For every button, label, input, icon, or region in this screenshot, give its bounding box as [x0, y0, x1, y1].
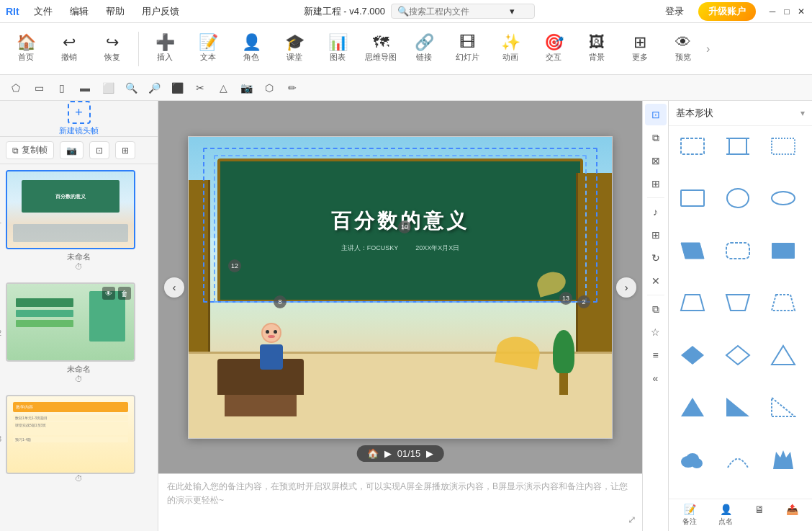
shape-camera[interactable]: 📷	[236, 78, 256, 98]
screen-button[interactable]: 🖥	[754, 504, 764, 527]
toolbar-link[interactable]: 🔗 链接	[404, 26, 444, 72]
shape-trapezoid-top[interactable]	[675, 288, 710, 317]
shape-rect4[interactable]: ⬜	[98, 78, 118, 98]
slide-thumb-2[interactable]: 👁 🗑	[6, 282, 135, 362]
toolbar-slideshow[interactable]: 🎞 幻灯片	[447, 26, 487, 72]
rs-rotate[interactable]: ↻	[645, 247, 667, 269]
next-icon[interactable]: ▶	[426, 448, 433, 459]
shape-right-triangle[interactable]	[720, 393, 756, 421]
shape-zoom-out[interactable]: 🔎	[144, 78, 164, 98]
copy-frame-button[interactable]: ⧉ 复制帧	[6, 141, 54, 159]
toolbar-insert[interactable]: ➕ 插入	[145, 26, 185, 72]
notes-area[interactable]: 在此处输入您的备注内容，在预览时开启双屏模式，可以实现A屏全屏播放演示内容，B屏…	[158, 473, 642, 531]
shape-rect2[interactable]: ▯	[52, 78, 72, 98]
toolbar-more[interactable]: ⊞ 更多	[620, 26, 660, 72]
rs-copy[interactable]: ⧉	[645, 298, 667, 320]
menu-edit[interactable]: 编辑	[67, 4, 91, 19]
toolbar-mindmap[interactable]: 🗺 思维导图	[361, 26, 401, 72]
minimize-button[interactable]: ─	[767, 6, 777, 17]
toolbar-undo[interactable]: ↩ 撤销	[49, 26, 89, 72]
shapes-collapse-arrow[interactable]: ▾	[800, 108, 805, 118]
shape-rect-dashed[interactable]	[675, 132, 710, 161]
shape-zoom-in[interactable]: 🔍	[121, 78, 141, 98]
shape-parallelogram[interactable]	[675, 236, 710, 265]
slide-item-2[interactable]: 02 👁 🗑 未命名 ⏱	[6, 282, 152, 383]
toolbar-redo[interactable]: ↪ 恢复	[92, 26, 132, 72]
home-nav-icon[interactable]: 🏠	[367, 448, 379, 459]
shape-rect-dotted[interactable]	[765, 132, 801, 161]
menu-feedback[interactable]: 用户反馈	[139, 4, 182, 19]
shape-trapezoid-bottom[interactable]	[765, 288, 801, 317]
search-box[interactable]: 🔍 ▾	[391, 4, 535, 19]
menu-help[interactable]: 帮助	[103, 4, 127, 19]
grid-button[interactable]: ⊞	[115, 141, 135, 159]
rs-shapes[interactable]: ⊡	[645, 104, 667, 125]
new-frame-button[interactable]: + 新建镜头帧	[59, 101, 99, 136]
shape-edit[interactable]: ✏	[282, 78, 302, 98]
menu-file[interactable]: 文件	[31, 4, 55, 19]
toolbar-animation[interactable]: ✨ 动画	[490, 26, 531, 72]
slide-item-3[interactable]: 03 教学内容 数轻1单元1-3页题目 课堂实战5题1至3页 预习1-4题 ⏱	[6, 395, 152, 483]
main-canvas[interactable]: 百分数的意义 主讲人：FOCUSKY 20XX年X月X日	[188, 136, 613, 439]
toolbar-chart[interactable]: 📊 图表	[317, 26, 358, 72]
shape-pentagon[interactable]: ⬠	[6, 78, 26, 98]
toolbar-text[interactable]: 📝 文本	[188, 26, 228, 72]
shape-rect-rounded-dot[interactable]	[720, 236, 756, 265]
rs-delete[interactable]: ✕	[645, 270, 667, 292]
fit-button[interactable]: ⊡	[89, 141, 109, 159]
notes-button[interactable]: 📝 备注	[682, 504, 697, 527]
toolbar-interact[interactable]: 🎯 交互	[533, 26, 574, 72]
toolbar-classroom[interactable]: 🎓 课堂	[274, 26, 315, 72]
shape-trapezoid-mid[interactable]	[720, 288, 756, 317]
rs-star[interactable]: ☆	[645, 321, 667, 343]
rs-settings[interactable]: ⊞	[645, 173, 667, 195]
shape-diamond-solid[interactable]	[675, 341, 710, 370]
upgrade-button[interactable]: 升级账户	[698, 2, 756, 21]
shape-diamond-outline[interactable]	[720, 341, 756, 370]
share-button[interactable]: 📤	[786, 504, 798, 527]
shape-frame[interactable]: ⬡	[259, 78, 279, 98]
rs-zoom[interactable]: ⊠	[645, 150, 667, 171]
rs-layers2[interactable]: ≡	[645, 344, 667, 366]
toolbar-home[interactable]: 🏠 首页	[6, 26, 46, 72]
login-button[interactable]: 登录	[657, 2, 693, 21]
slide-item-1[interactable]: 01 百分数的意义 未命名 ⏱	[6, 170, 152, 271]
close-button[interactable]: ✕	[796, 6, 806, 17]
shape-cut[interactable]: ✂	[190, 78, 210, 98]
expand-icon[interactable]: ⤢	[628, 514, 636, 525]
shape-bracket-rect[interactable]	[720, 132, 756, 161]
shape-align[interactable]: ⬛	[167, 78, 187, 98]
slide-thumb-1[interactable]: 百分数的意义	[6, 170, 135, 249]
canvas-nav-right[interactable]: ›	[616, 277, 636, 298]
toolbar-character[interactable]: 👤 角色	[231, 26, 271, 72]
maximize-button[interactable]: □	[782, 6, 792, 17]
shape-ellipse[interactable]	[765, 184, 801, 213]
canvas-nav-left[interactable]: ‹	[164, 277, 184, 298]
shape-arc[interactable]	[720, 445, 756, 474]
play-icon[interactable]: ▶	[384, 448, 392, 459]
shape-triangle-outline[interactable]	[765, 341, 801, 370]
shape-cloud[interactable]	[675, 445, 710, 474]
toolbar-background[interactable]: 🖼 背景	[577, 26, 617, 72]
shape-rect3[interactable]: ▬	[75, 78, 95, 98]
shape-triangle-solid[interactable]	[675, 393, 710, 421]
slide-thumb-3[interactable]: 教学内容 数轻1单元1-3页题目 课堂实战5题1至3页 预习1-4题	[6, 395, 135, 474]
slide-eye-icon[interactable]: 👁	[102, 287, 115, 300]
shape-complex[interactable]	[765, 445, 801, 474]
toolbar-more-arrow[interactable]: ›	[706, 43, 710, 55]
rs-table[interactable]: ⊞	[645, 224, 667, 246]
rs-layers[interactable]: ⧉	[645, 127, 667, 148]
search-dropdown-icon[interactable]: ▾	[510, 6, 515, 17]
shape-circle[interactable]	[720, 184, 756, 213]
rs-music[interactable]: ♪	[645, 201, 667, 223]
shape-right-triangle-outline[interactable]	[765, 393, 801, 421]
attendance-button[interactable]: 👤 点名	[718, 504, 733, 527]
toolbar-preview[interactable]: 👁 预览	[663, 26, 703, 72]
slide-delete-icon[interactable]: 🗑	[118, 287, 131, 300]
shape-rect1[interactable]: ▭	[29, 78, 49, 98]
rs-collapse[interactable]: «	[645, 367, 667, 389]
shape-rect-solid[interactable]	[675, 184, 710, 213]
shape-triangle[interactable]: △	[213, 78, 233, 98]
shape-filled-rect[interactable]	[765, 236, 801, 265]
screenshot-button[interactable]: 📷	[60, 141, 84, 159]
